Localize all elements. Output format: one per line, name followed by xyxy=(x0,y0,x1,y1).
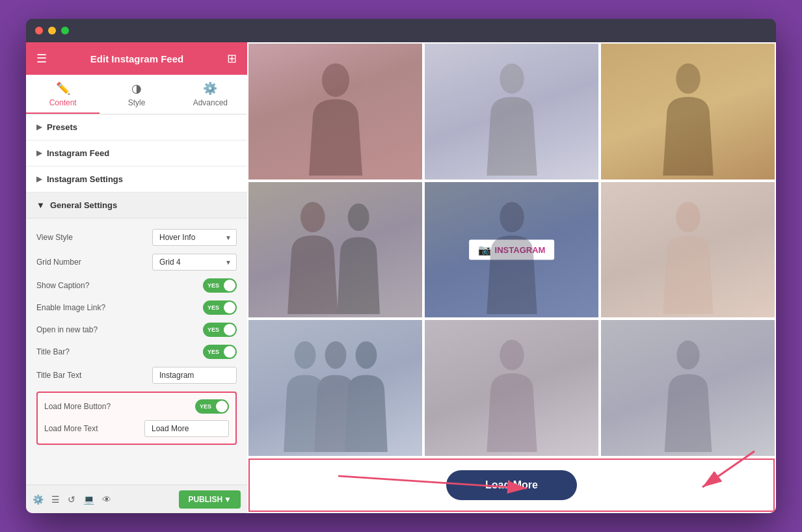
history-icon[interactable]: ↺ xyxy=(68,494,75,505)
content-tab-label: Content xyxy=(49,98,77,107)
sidebar-title: Edit Instagram Feed xyxy=(90,53,183,64)
view-style-label: View Style xyxy=(36,233,73,242)
svg-point-8 xyxy=(325,341,346,369)
svg-point-9 xyxy=(355,341,377,369)
load-more-button-toggle[interactable]: YES xyxy=(195,399,229,414)
grid-apps-icon[interactable]: ⊞ xyxy=(227,51,237,66)
titlebar xyxy=(26,19,776,42)
sidebar: ☰ Edit Instagram Feed ⊞ ✏️ Content ◑ Sty… xyxy=(26,42,247,513)
person-silhouette-r1c3 xyxy=(650,57,726,180)
title-bar-text-input[interactable] xyxy=(152,367,237,384)
svg-point-11 xyxy=(676,341,699,370)
show-caption-row: Show Caption? YES xyxy=(36,278,237,293)
svg-point-4 xyxy=(347,203,369,230)
general-settings-label: General Settings xyxy=(50,200,117,210)
grid-number-select[interactable]: Grid 2 Grid 3 Grid 4 xyxy=(152,254,237,271)
instagram-settings-arrow-icon: ▶ xyxy=(36,175,42,183)
show-caption-knob xyxy=(224,280,235,291)
grid-number-label: Grid Number xyxy=(36,258,81,267)
person-silhouette-r2c3 xyxy=(650,196,726,318)
section-instagram-feed[interactable]: ▶ Instagram Feed xyxy=(26,140,247,166)
style-tab-label: Style xyxy=(128,98,146,107)
title-bar-knob xyxy=(224,346,235,358)
title-bar-toggle[interactable]: YES xyxy=(203,345,237,359)
tab-style[interactable]: ◑ Style xyxy=(100,75,173,114)
instagram-settings-label: Instagram Settings xyxy=(47,174,123,184)
open-new-tab-knob xyxy=(224,324,235,336)
grid-cell-r3c2 xyxy=(425,320,598,456)
load-more-toggle-label: YES xyxy=(200,403,211,410)
publish-arrow-icon: ▼ xyxy=(224,495,232,504)
grid-row-3 xyxy=(247,319,776,457)
grid-cell-r2c3 xyxy=(601,182,775,318)
sidebar-tabs: ✏️ Content ◑ Style ⚙️ Advanced xyxy=(26,75,247,114)
svg-point-2 xyxy=(676,63,701,94)
sidebar-header: ☰ Edit Instagram Feed ⊞ xyxy=(26,42,247,75)
section-instagram-settings[interactable]: ▶ Instagram Settings xyxy=(26,166,247,193)
enable-image-link-label: Enable Image Link? xyxy=(36,303,105,312)
load-more-text-row: Load More Text xyxy=(44,420,229,437)
grid-cell-r3c1 xyxy=(248,320,422,456)
load-more-text-label: Load More Text xyxy=(44,424,98,433)
minimize-dot[interactable] xyxy=(48,27,56,34)
content-area: 📷 INSTAGRAM xyxy=(247,42,776,513)
section-presets[interactable]: ▶ Presets xyxy=(26,114,247,140)
close-dot[interactable] xyxy=(35,27,43,34)
layers-icon[interactable]: ☰ xyxy=(51,494,60,505)
load-more-highlighted-section: Load More Button? YES Load More Text xyxy=(36,392,237,445)
view-style-wrapper: Hover Info Grid Masonry ▼ xyxy=(152,229,237,246)
style-tab-icon: ◑ xyxy=(131,81,142,96)
tab-content[interactable]: ✏️ Content xyxy=(26,75,100,114)
instagram-feed-label: Instagram Feed xyxy=(47,148,109,158)
presets-arrow-icon: ▶ xyxy=(36,123,42,131)
enable-image-link-toggle[interactable]: YES xyxy=(203,300,237,315)
person-silhouette-r1c1 xyxy=(297,57,373,180)
person-silhouette-r3c3 xyxy=(650,334,726,456)
svg-point-6 xyxy=(676,202,701,232)
person-silhouette-r1c2 xyxy=(474,57,550,180)
load-more-button[interactable]: Load More xyxy=(446,470,577,500)
load-more-text-input[interactable] xyxy=(144,420,229,437)
show-caption-toggle-label: YES xyxy=(207,282,219,289)
grid-row-2: 📷 INSTAGRAM xyxy=(247,181,776,319)
bottom-toolbar: ⚙️ ☰ ↺ 💻 👁 PUBLISH ▼ xyxy=(26,485,247,513)
section-general-settings[interactable]: ▼ General Settings xyxy=(26,193,247,219)
content-tab-icon: ✏️ xyxy=(56,81,70,96)
svg-point-3 xyxy=(301,202,325,232)
grid-cell-r2c1 xyxy=(248,182,422,318)
general-settings-content: View Style Hover Info Grid Masonry ▼ Gri… xyxy=(26,219,247,455)
advanced-tab-icon: ⚙️ xyxy=(203,81,217,96)
grid-cell-r1c1 xyxy=(248,44,422,180)
instagram-feed-arrow-icon: ▶ xyxy=(36,149,42,157)
title-bar-text-label: Title Bar Text xyxy=(36,371,81,380)
svg-point-0 xyxy=(321,63,349,97)
maximize-dot[interactable] xyxy=(61,27,69,34)
main-area: ☰ Edit Instagram Feed ⊞ ✏️ Content ◑ Sty… xyxy=(26,42,776,513)
view-style-select[interactable]: Hover Info Grid Masonry xyxy=(152,229,237,246)
load-more-toggle-knob xyxy=(216,401,228,412)
svg-point-1 xyxy=(500,63,524,94)
svg-point-5 xyxy=(500,202,524,232)
settings-icon[interactable]: ⚙️ xyxy=(33,494,44,505)
show-caption-toggle[interactable]: YES xyxy=(203,278,237,293)
open-new-tab-toggle-label: YES xyxy=(207,326,219,333)
publish-button[interactable]: PUBLISH ▼ xyxy=(179,490,241,509)
open-new-tab-toggle[interactable]: YES xyxy=(203,323,237,337)
load-more-section: Load More xyxy=(248,459,775,512)
person-silhouette-r3c2 xyxy=(474,334,550,456)
tab-advanced[interactable]: ⚙️ Advanced xyxy=(174,75,247,114)
enable-image-link-row: Enable Image Link? YES xyxy=(36,300,237,315)
content-wrapper: 📷 INSTAGRAM xyxy=(247,42,776,513)
person-silhouette-r2c2 xyxy=(474,196,550,318)
advanced-tab-label: Advanced xyxy=(193,98,228,107)
grid-row-1 xyxy=(247,42,776,181)
title-bar-text-row: Title Bar Text xyxy=(36,367,237,384)
publish-label: PUBLISH xyxy=(188,495,222,504)
view-style-row: View Style Hover Info Grid Masonry ▼ xyxy=(36,229,237,246)
grid-cell-r2c2: 📷 INSTAGRAM xyxy=(425,182,598,318)
presets-label: Presets xyxy=(47,122,77,132)
hamburger-icon[interactable]: ☰ xyxy=(36,51,47,66)
preview-icon[interactable]: 👁 xyxy=(102,494,111,505)
open-new-tab-label: Open in new tab? xyxy=(36,325,98,334)
responsive-icon[interactable]: 💻 xyxy=(83,494,94,505)
